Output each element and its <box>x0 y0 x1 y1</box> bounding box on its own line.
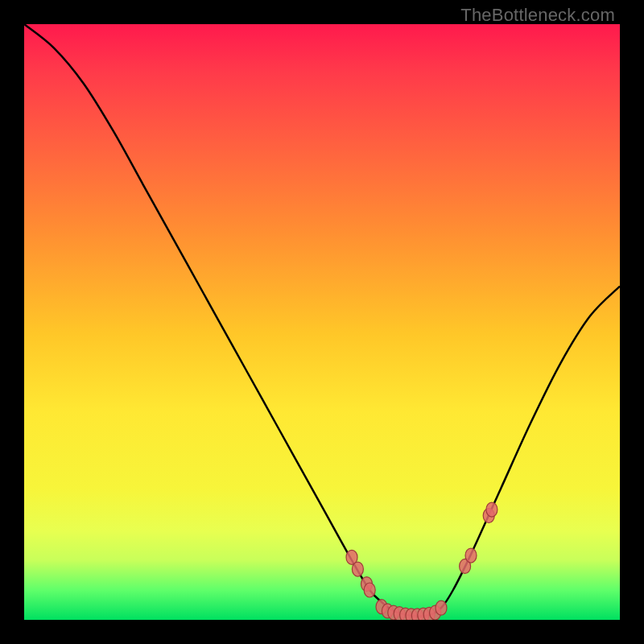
plot-area <box>24 24 620 620</box>
data-point <box>436 601 447 615</box>
points-group <box>346 502 497 620</box>
data-point <box>352 562 363 576</box>
data-point <box>465 548 477 563</box>
curve-svg <box>24 24 620 620</box>
data-point <box>364 583 375 597</box>
watermark-text: TheBottleneck.com <box>460 5 615 26</box>
curve-group <box>24 24 620 616</box>
data-point <box>486 502 497 517</box>
bottleneck-curve <box>24 24 620 616</box>
chart-frame: TheBottleneck.com <box>0 0 644 644</box>
